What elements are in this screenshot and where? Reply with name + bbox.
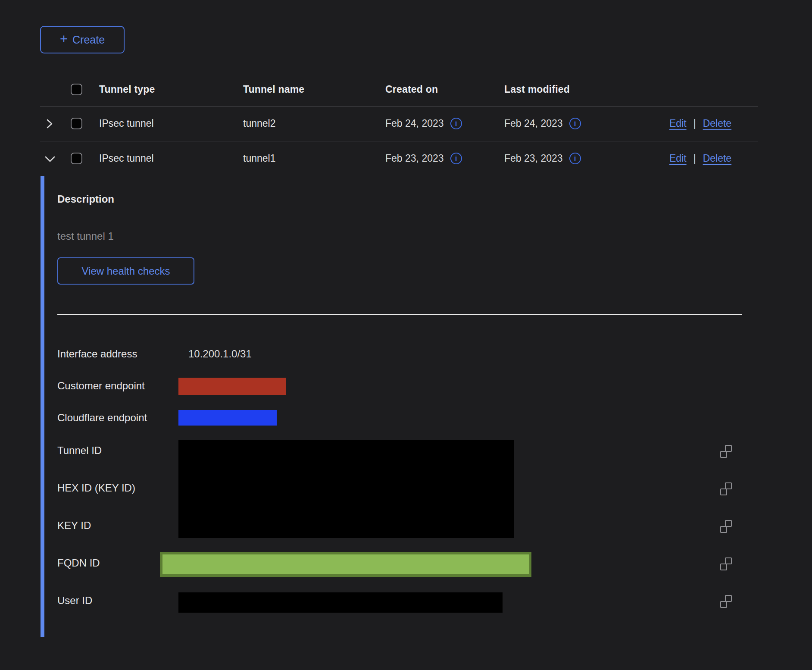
copy-icon [719,520,733,534]
copy-icon [719,445,733,459]
tunnel-type-value: IPsec tunnel [99,153,154,164]
header-created-on-cell: Created on [385,72,438,106]
tunnel-hex-key-ids-redacted-block [178,440,514,538]
header-tunnel-name-cell: Tunnel name [243,72,304,106]
copy-user-id-button[interactable] [719,595,733,609]
created-on-value: Feb 24, 2023 [385,118,444,129]
row-expand-cell [44,141,63,176]
description-label: Description [57,193,114,205]
column-header-tunnel-name: Tunnel name [243,84,304,95]
tunnel-id-label: Tunnel ID [57,445,102,457]
cloudflare-endpoint-label: Cloudflare endpoint [57,412,147,424]
row-last-modified-cell: Feb 23, 2023 i [504,141,581,176]
customer-endpoint-redacted-value [178,378,286,395]
user-id-label: User ID [57,595,92,607]
create-button[interactable]: + Create [40,26,125,53]
delete-tunnel1-link[interactable]: Delete [703,153,731,164]
row-tunnel2-checkbox[interactable] [71,118,82,129]
table-row-tunnel1: IPsec tunnel tunnel1 Feb 23, 2023 i Feb … [40,141,758,176]
row-actions-cell: Edit | Delete [669,141,731,176]
row-created-on-cell: Feb 24, 2023 i [385,106,462,141]
tunnel-name-value: tunnel1 [243,153,275,164]
copy-icon-front-square [720,564,727,570]
row-expand-cell [44,106,63,141]
row-tunnel-name-cell: tunnel1 [243,141,275,176]
row-checkbox-cell [71,106,82,141]
fqdn-id-label: FQDN ID [57,557,100,569]
last-modified-value: Feb 23, 2023 [504,153,563,164]
collapse-row-tunnel1-button[interactable] [44,154,56,163]
customer-endpoint-label: Customer endpoint [57,380,145,392]
chevron-down-icon [44,154,56,163]
view-health-checks-button[interactable]: View health checks [57,257,194,285]
column-header-created-on: Created on [385,84,438,95]
column-header-last-modified: Last modified [504,84,570,95]
info-icon[interactable]: i [450,118,462,129]
edit-tunnel1-link[interactable]: Edit [669,153,687,164]
delete-tunnel2-link[interactable]: Delete [703,118,731,129]
header-last-modified-cell: Last modified [504,72,570,106]
row-tunnel-type-cell: IPsec tunnel [99,106,154,141]
copy-icon [719,482,733,496]
interface-address-value: 10.200.1.0/31 [188,348,252,360]
row-created-on-cell: Feb 23, 2023 i [385,141,462,176]
row-actions-cell: Edit | Delete [669,106,731,141]
created-on-value: Feb 23, 2023 [385,153,444,164]
copy-icon-front-square [720,601,727,608]
create-button-label: Create [72,34,105,46]
ipsec-tunnels-page: + Create Tunnel type Tunnel name Created… [0,0,812,670]
tunnel-type-value: IPsec tunnel [99,118,154,129]
row-last-modified-cell: Feb 24, 2023 i [504,106,581,141]
header-tunnel-type-cell: Tunnel type [99,72,155,106]
fqdn-id-redacted-value [160,552,531,577]
action-separator: | [693,153,696,164]
action-separator: | [693,118,696,129]
info-icon[interactable]: i [569,153,581,164]
copy-icon-front-square [720,488,727,495]
table-row-tunnel2: IPsec tunnel tunnel2 Feb 24, 2023 i Feb … [40,106,758,141]
row-tunnel1-checkbox[interactable] [71,153,82,164]
chevron-right-icon [44,119,54,129]
key-id-label: KEY ID [57,520,91,532]
copy-tunnel-id-button[interactable] [719,445,733,459]
expand-row-tunnel2-button[interactable] [44,119,54,129]
select-all-checkbox[interactable] [71,84,82,95]
copy-icon-front-square [720,451,727,458]
cloudflare-endpoint-redacted-value [178,410,277,426]
row-checkbox-cell [71,141,82,176]
tunnel-name-value: tunnel2 [243,118,275,129]
edit-tunnel2-link[interactable]: Edit [669,118,687,129]
copy-icon-front-square [720,526,727,533]
description-value: test tunnel 1 [57,230,114,242]
hex-id-label: HEX ID (KEY ID) [57,482,135,494]
interface-address-label: Interface address [57,348,137,360]
last-modified-value: Feb 24, 2023 [504,118,563,129]
info-icon[interactable]: i [450,153,462,164]
copy-icon [719,557,733,571]
section-divider [57,314,742,315]
copy-hex-id-button[interactable] [719,482,733,496]
copy-icon [719,595,733,609]
panel-accent-bar [41,176,44,637]
column-header-tunnel-type: Tunnel type [99,84,155,95]
info-icon[interactable]: i [569,118,581,129]
copy-key-id-button[interactable] [719,520,733,534]
user-id-redacted-value [178,592,503,613]
row-tunnel-type-cell: IPsec tunnel [99,141,154,176]
header-checkbox-cell [71,72,82,106]
table-header-row: Tunnel type Tunnel name Created on Last … [40,72,758,106]
copy-fqdn-id-button[interactable] [719,557,733,571]
row-tunnel-name-cell: tunnel2 [243,106,275,141]
panel-bottom-divider [40,637,758,637]
plus-icon: + [60,32,68,46]
